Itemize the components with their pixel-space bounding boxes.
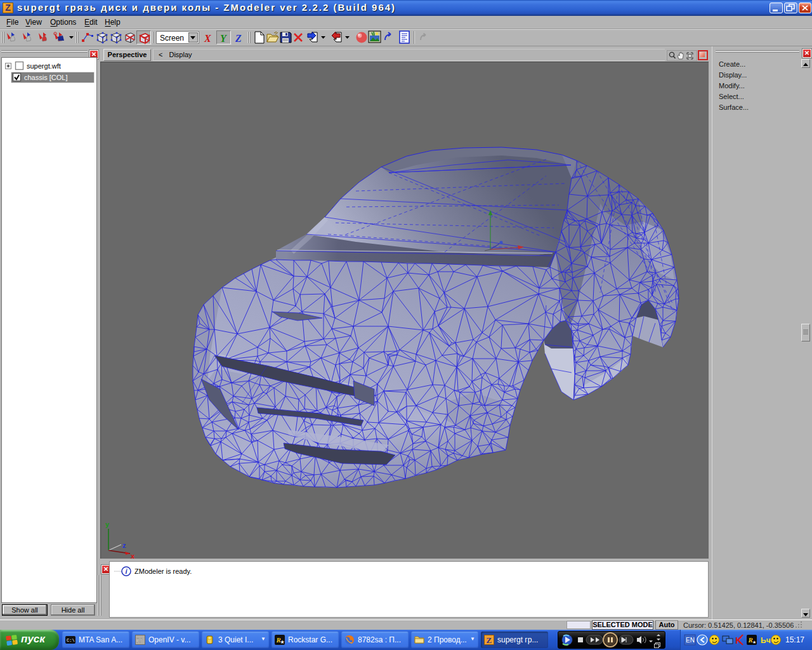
svg-text:★: ★	[280, 639, 285, 645]
svg-text:Ьч: Ьч	[761, 636, 771, 645]
svg-text:Y: Y	[220, 33, 227, 44]
svg-text:y: y	[105, 521, 110, 528]
svg-text:X: X	[204, 33, 211, 44]
svg-text:★: ★	[752, 640, 756, 644]
svg-text:chassis [COL]: chassis [COL]	[24, 74, 67, 81]
svg-text:z: z	[122, 541, 126, 549]
svg-text:IV: IV	[136, 637, 142, 644]
svg-text:C:\: C:\	[67, 638, 75, 643]
svg-text:ZModeler is ready.: ZModeler is ready.	[134, 567, 192, 575]
svg-text:Screen: Screen	[160, 34, 184, 43]
svg-text:Z: Z	[235, 33, 242, 44]
svg-text:EN: EN	[686, 637, 695, 644]
svg-text:x: x	[131, 552, 135, 559]
svg-text:supergt.wft: supergt.wft	[27, 62, 61, 70]
svg-text:Z: Z	[487, 635, 492, 645]
